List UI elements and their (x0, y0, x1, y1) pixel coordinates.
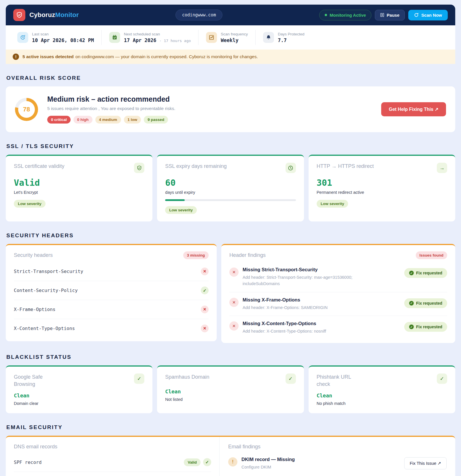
finding-title: Missing X-Frame-Options (243, 297, 396, 303)
top-bar: CyboruzMonitor codingwww.com Monitoring … (6, 5, 455, 25)
ssl-validity-value: Valid (14, 178, 144, 188)
ssl-validity-card: SSL certificate validity Valid Let's Enc… (6, 155, 152, 221)
missing-count-badge: 3 missing (183, 251, 209, 259)
severity-badge: Low severity (317, 200, 348, 208)
header-name: Strict-Transport-Security (14, 269, 83, 274)
section-title-ssl: SSL / TLS SECURITY (6, 143, 455, 149)
pause-button[interactable]: Pause (375, 10, 405, 20)
pause-label: Pause (387, 13, 399, 18)
finding-hsts: × Missing Strict-Transport-Security Add … (229, 262, 447, 292)
card-title: Security headers (14, 252, 53, 258)
blacklist-status-detail: Not listed (165, 397, 296, 402)
x-circle-icon: × (229, 298, 239, 307)
fix-requested-button[interactable]: ✓ Fix requested (404, 298, 447, 308)
badge-high: 0 high (73, 116, 92, 124)
status-dot-icon (325, 14, 327, 16)
header-row-csp: Content-Security-Policy ✓ (14, 281, 209, 300)
badge-critical: 0 critical (47, 116, 71, 124)
check-icon: ✓ (286, 373, 296, 384)
brand-accent: Monitor (55, 11, 79, 18)
spamhaus-card: Spamhaus Domain ✓ Clean Not listed (157, 365, 304, 413)
check-icon: ✓ (409, 271, 414, 275)
section-title-risk: OVERALL RISK SCORE (6, 75, 455, 81)
blacklist-status-value: Clean (14, 392, 144, 399)
stat-value: 7.7 (278, 37, 304, 43)
stat-value-main: 17 Apr 2026 (124, 37, 156, 43)
expiry-progress-fill (165, 199, 185, 201)
record-name: SPF record (14, 460, 41, 465)
finding-title: Missing Strict-Transport-Security (243, 267, 396, 272)
get-help-button[interactable]: Get Help Fixing This ↗ (381, 102, 446, 116)
card-title: SSL expiry days remaining (165, 163, 226, 170)
stat-last-scan: Last scan 10 Apr 2026, 08:42 PM (13, 32, 101, 43)
risk-score-card: 78 Medium risk – action recommended 5 is… (6, 86, 455, 132)
risk-gauge: 78 (15, 98, 38, 121)
ssl-expiry-value: 60 (165, 178, 296, 188)
risk-subtext: 5 issues require attention , You are exp… (47, 106, 372, 111)
stat-next-scan: Next scheduled scan 17 Apr 2026 · 17 hou… (102, 32, 198, 43)
fix-this-issue-button[interactable]: Fix This Issue ↗ (404, 457, 447, 469)
check-icon: ✓ (409, 301, 414, 306)
risk-heading: Medium risk – action recommended (47, 95, 372, 103)
badge-passed: 9 passed (144, 116, 168, 124)
phishtank-card: Phishtank URL check ✓ Clean No phish mat… (309, 365, 455, 413)
fix-requested-label: Fix requested (416, 271, 442, 275)
header-name: X-Content-Type-Options (14, 326, 75, 331)
domain-pill[interactable]: codingwww.com (175, 10, 222, 20)
severity-badge: Low severity (165, 206, 197, 214)
check-icon: ✓ (134, 373, 144, 384)
dns-records-panel: DNS email records SPF record Valid ✓ DKI… (6, 437, 220, 476)
warning-icon: ! (13, 54, 19, 60)
card-title: DNS email records (14, 444, 211, 450)
security-headers-card: Security headers 3 missing Strict-Transp… (6, 244, 217, 341)
stat-label: Scan frequency (221, 32, 248, 36)
header-name: X-Frame-Options (14, 307, 56, 312)
finding-desc: Add header: Strict-Transport-Security: m… (243, 274, 366, 287)
stat-label: Next scheduled scan (124, 32, 191, 36)
section-title-headers: SECURITY HEADERS (6, 232, 455, 239)
badge-low: 1 low (124, 116, 141, 124)
redirect-label: Permanent redirect active (317, 190, 447, 195)
finding-title: DKIM record — Missing (241, 457, 396, 462)
ssl-expiry-label: days until expiry (165, 190, 296, 195)
bell-icon (263, 32, 274, 43)
alert-text: 5 active issues detected on codingwww.co… (22, 54, 258, 59)
email-findings-panel: Email findings ! DKIM record — Missing C… (220, 437, 455, 476)
issues-found-badge: Issues found (416, 251, 447, 259)
brand-bold: Cyboruz (29, 11, 55, 18)
card-title: SSL certificate validity (14, 163, 64, 170)
check-icon: ✓ (437, 373, 447, 384)
refresh-icon (414, 13, 419, 17)
finding-desc: Add header: X-Frame-Options: SAMEORIGIN (243, 305, 366, 311)
active-issues-alert: ! 5 active issues detected on codingwww.… (6, 50, 455, 64)
scan-stats-row: Last scan 10 Apr 2026, 08:42 PM Next sch… (6, 25, 455, 50)
stat-value: 10 Apr 2026, 08:42 PM (32, 37, 94, 43)
finding-dkim: ! DKIM record — Missing Configure DKIM F… (228, 456, 447, 475)
card-title: Spamhaus Domain (165, 373, 209, 381)
fix-requested-button[interactable]: ✓ Fix requested (404, 268, 447, 278)
header-row-xcto: X-Content-Type-Options × (14, 319, 209, 338)
fix-requested-button[interactable]: ✓ Fix requested (404, 322, 447, 332)
finding-desc: Add header: X-Content-Type-Options: nosn… (243, 328, 366, 335)
check-icon: ✓ (201, 287, 209, 294)
card-title: Email findings (228, 444, 447, 450)
finding-title: Missing X-Content-Type-Options (243, 321, 396, 326)
blacklist-status-value: Clean (317, 392, 447, 399)
alert-rest-text: on codingwww.com — your domain is curren… (75, 54, 258, 59)
stat-label: Last scan (32, 32, 94, 36)
pause-icon (380, 13, 384, 17)
record-row-dkim: DKIM record Missing ! (14, 472, 211, 476)
record-status-badge: Valid (184, 458, 201, 466)
blacklist-status-detail: No phish match (317, 401, 447, 406)
https-redirect-card: HTTP → HTTPS redirect → 301 Permanent re… (309, 155, 455, 221)
fail-icon: × (201, 306, 209, 313)
header-row-hsts: Strict-Transport-Security × (14, 262, 209, 281)
fix-requested-label: Fix requested (416, 301, 442, 306)
badge-medium: 4 medium (95, 116, 121, 124)
shield-check-icon (16, 12, 23, 18)
scan-now-button[interactable]: Scan Now (408, 10, 448, 20)
app-logo (13, 9, 25, 21)
stat-value: 17 Apr 2026 · 17 hours ago (124, 37, 191, 43)
finding-xfo: × Missing X-Frame-Options Add header: X-… (229, 292, 447, 316)
ssl-expiry-card: SSL expiry days remaining 60 days until … (157, 155, 304, 221)
